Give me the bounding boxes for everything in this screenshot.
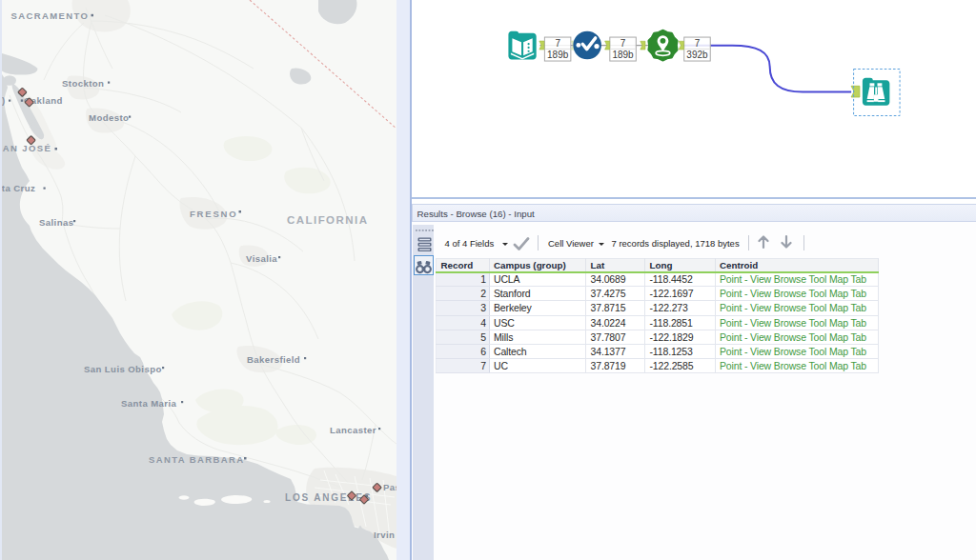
svg-text:SACRAMENTO: SACRAMENTO <box>11 10 90 21</box>
svg-text:LOS ANGELES: LOS ANGELES <box>285 492 372 503</box>
svg-text:Bakersfield: Bakersfield <box>247 354 300 365</box>
svg-text:SANTA BARBARA: SANTA BARBARA <box>149 454 245 465</box>
svg-text:Irvin: Irvin <box>374 530 395 540</box>
svg-text:Visalia: Visalia <box>246 253 277 264</box>
svg-text:): ) <box>2 95 6 106</box>
svg-text:Santa Cruz: Santa Cruz <box>2 183 35 193</box>
svg-text:Modesto: Modesto <box>89 112 129 123</box>
svg-text:Stockton: Stockton <box>62 78 104 89</box>
svg-text:CALIFORNIA: CALIFORNIA <box>287 214 368 226</box>
svg-text:FRESNO: FRESNO <box>190 209 237 219</box>
svg-text:SAN JOSÉ: SAN JOSÉ <box>2 143 51 153</box>
svg-text:392b: 392b <box>686 50 708 60</box>
svg-text:7: 7 <box>620 38 625 49</box>
svg-text:Salinas: Salinas <box>39 217 73 228</box>
svg-text:San Luis Obispo: San Luis Obispo <box>84 364 162 374</box>
svg-text:7: 7 <box>555 38 560 49</box>
svg-text:Pas: Pas <box>383 482 396 492</box>
svg-text:189b: 189b <box>612 50 634 60</box>
svg-text:189b: 189b <box>547 50 569 60</box>
svg-text:7: 7 <box>694 38 700 49</box>
svg-text:Santa Maria: Santa Maria <box>121 398 177 409</box>
svg-text:Lancaster: Lancaster <box>330 425 376 435</box>
